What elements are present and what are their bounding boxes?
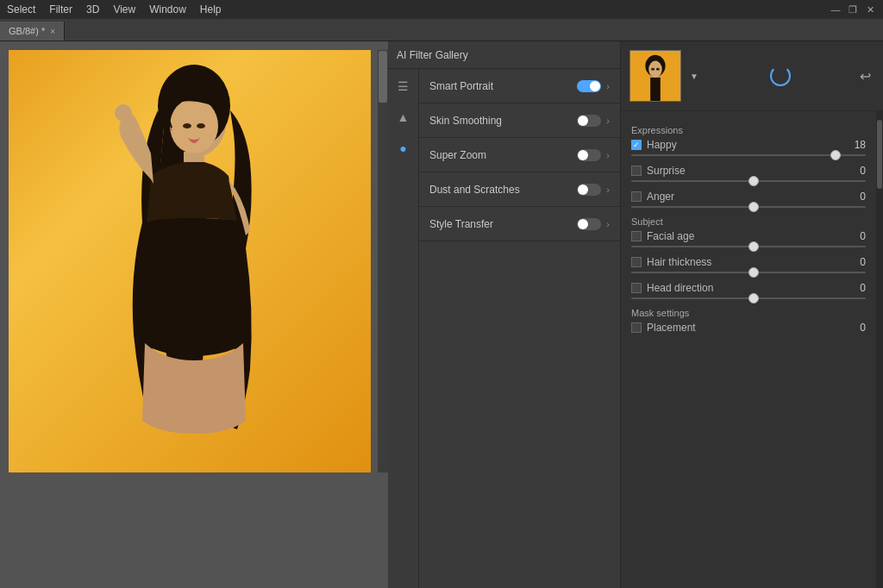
expressions-section-label: Expressions (631, 125, 866, 135)
checkbox-happy[interactable] (631, 140, 642, 150)
filter-name-smart-portrait: Smart Portrait (429, 80, 493, 92)
toggle-smart-portrait[interactable] (577, 80, 601, 92)
subject-section-label: Subject (631, 216, 866, 227)
filter-list: Smart Portrait › Skin Smoothing (419, 69, 620, 588)
filter-name-skin-smoothing: Skin Smoothing (429, 115, 502, 127)
svg-point-11 (648, 61, 661, 78)
slider-track-hair-thickness[interactable] (631, 272, 866, 273)
slider-track-head-direction[interactable] (631, 297, 866, 299)
chevron-smart-portrait: › (606, 81, 610, 91)
checkbox-anger[interactable] (631, 191, 642, 202)
panel-scrollbar[interactable] (876, 111, 883, 588)
slider-track-happy[interactable] (631, 154, 866, 156)
svg-point-3 (170, 98, 218, 153)
checkbox-head-direction[interactable] (631, 283, 642, 293)
maximize-button[interactable]: ❐ (847, 3, 859, 16)
toggle-skin-smoothing[interactable] (577, 115, 601, 127)
filter-panel-title: AI Filter Gallery (397, 49, 468, 61)
filter-sidebar: ☰ ▲ ● Smart Portrait › (388, 69, 620, 588)
filter-icon-menu[interactable]: ☰ (393, 76, 414, 97)
toggle-knob-3 (578, 150, 588, 160)
svg-point-5 (197, 123, 205, 128)
prop-value-facial-age: 0 (849, 230, 866, 242)
checkbox-hair-thickness[interactable] (631, 257, 642, 267)
checkbox-facial-age[interactable] (631, 231, 642, 241)
slider-thumb-happy[interactable] (830, 150, 841, 160)
tab-bar: GB/8#) * × (0, 19, 883, 41)
toggle-style-transfer[interactable] (577, 218, 601, 230)
menu-select[interactable]: Select (7, 3, 35, 16)
properties-scroll[interactable]: Expressions Happy 18 (621, 111, 876, 588)
filter-item-skin-smoothing[interactable]: Skin Smoothing › (419, 103, 620, 138)
checkbox-surprise[interactable] (631, 166, 642, 176)
prop-header-anger: Anger 0 (631, 191, 866, 203)
toggle-dust-scratches[interactable] (577, 184, 601, 196)
menu-view[interactable]: View (113, 3, 135, 16)
tab-close-button[interactable]: × (50, 27, 55, 36)
slider-thumb-surprise[interactable] (748, 176, 759, 186)
prop-left-head-direction: Head direction (631, 282, 713, 294)
filter-item-left-3: Super Zoom (429, 149, 486, 161)
prop-name-anger: Anger (647, 191, 674, 203)
slider-track-facial-age[interactable] (631, 246, 866, 247)
slider-thumb-head-direction[interactable] (748, 293, 759, 303)
portrait-thumbnail[interactable] (629, 50, 681, 102)
toggle-super-zoom[interactable] (577, 149, 601, 161)
toggle-knob-4 (578, 185, 588, 195)
slider-thumb-hair-thickness[interactable] (748, 267, 759, 278)
prop-name-facial-age: Facial age (647, 230, 694, 242)
active-tab[interactable]: GB/8#) * × (0, 22, 65, 41)
slider-track-surprise[interactable] (631, 180, 866, 182)
menu-3d[interactable]: 3D (86, 3, 99, 16)
prop-value-surprise: 0 (849, 165, 866, 177)
portrait-thumb-image (630, 51, 680, 101)
portrait-area: ▼ ↩ (621, 41, 883, 111)
menu-help[interactable]: Help (200, 3, 222, 16)
panel-scroll-thumb[interactable] (877, 120, 882, 189)
mask-settings-section-label: Mask settings (631, 308, 866, 318)
undo-button[interactable]: ↩ (860, 68, 871, 84)
prop-header-facial-age: Facial age 0 (631, 230, 866, 242)
menu-filter[interactable]: Filter (49, 3, 72, 16)
portrait-dropdown-button[interactable]: ▼ (688, 70, 700, 82)
filter-item-super-zoom[interactable]: Super Zoom › (419, 138, 620, 172)
menu-window[interactable]: Window (149, 3, 186, 16)
filter-name-super-zoom: Super Zoom (429, 149, 486, 161)
chevron-super-zoom: › (606, 150, 610, 160)
slider-track-anger[interactable] (631, 206, 866, 208)
slider-thumb-facial-age[interactable] (748, 241, 759, 252)
filter-item-left-4: Dust and Scratches (429, 184, 520, 196)
filter-item-style-transfer[interactable]: Style Transfer › (419, 207, 620, 241)
prop-value-happy: 18 (849, 139, 866, 151)
checkbox-placement[interactable] (631, 322, 642, 333)
chevron-skin-smoothing: › (606, 116, 610, 126)
toggle-knob (590, 81, 600, 91)
filter-item-dust-scratches[interactable]: Dust and Scratches › (419, 172, 620, 207)
prop-row-head-direction: Head direction 0 (631, 282, 866, 299)
close-button[interactable]: ✕ (864, 3, 876, 16)
canvas-scrollbar[interactable] (378, 50, 388, 472)
prop-row-surprise: Surprise 0 (631, 165, 866, 182)
main-layout: AI Filter Gallery ☰ ▲ ● Smart Portrait (0, 41, 883, 588)
filter-item-smart-portrait[interactable]: Smart Portrait › (419, 69, 620, 103)
filter-item-right-2: › (577, 115, 610, 127)
prop-header-surprise: Surprise 0 (631, 165, 866, 177)
prop-row-hair-thickness: Hair thickness 0 (631, 256, 866, 273)
filter-icons: ☰ ▲ ● (388, 69, 419, 588)
slider-thumb-anger[interactable] (748, 202, 759, 212)
toggle-knob-5 (578, 219, 588, 229)
prop-left-anger: Anger (631, 191, 674, 203)
canvas-image[interactable] (9, 50, 371, 472)
minimize-button[interactable]: — (830, 3, 842, 16)
prop-header-happy: Happy 18 (631, 139, 866, 151)
title-bar: Select Filter 3D View Window Help — ❐ ✕ (0, 0, 883, 19)
filter-icon-brush[interactable]: ▲ (393, 107, 414, 128)
prop-header-hair-thickness: Hair thickness 0 (631, 256, 866, 268)
prop-left-placement: Placement (631, 322, 696, 334)
filter-item-left: Smart Portrait (429, 80, 493, 92)
prop-left-hair-thickness: Hair thickness (631, 256, 711, 268)
filter-item-left-5: Style Transfer (429, 218, 493, 230)
canvas-scrollbar-thumb[interactable] (379, 51, 387, 103)
prop-row-happy: Happy 18 (631, 139, 866, 156)
filter-icon-active[interactable]: ● (393, 138, 414, 159)
